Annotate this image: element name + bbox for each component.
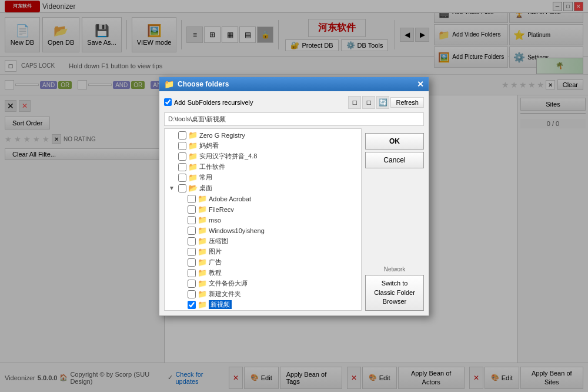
tree-checkbox[interactable]	[188, 301, 196, 309]
tree-checkbox[interactable]	[178, 184, 186, 192]
tree-expander[interactable]	[167, 141, 176, 151]
tree-expander[interactable]	[176, 258, 186, 267]
tree-expander[interactable]	[176, 268, 186, 278]
tree-item[interactable]: 📁FileRecv	[166, 204, 360, 215]
spacer	[365, 171, 424, 262]
tree-checkbox[interactable]	[188, 216, 196, 224]
folder-icon: 📁	[188, 131, 198, 139]
tree-checkbox[interactable]	[178, 131, 186, 139]
modal-toolbar: Add SubFolders recursively □ □ 🔄 Refresh	[164, 96, 424, 109]
tree-checkbox[interactable]	[188, 227, 196, 235]
tree-expander[interactable]	[176, 300, 186, 310]
add-subfolders-input[interactable]	[164, 98, 172, 106]
tree-expander[interactable]	[176, 290, 186, 299]
folder-icon: 📁	[198, 237, 207, 245]
tree-checkbox[interactable]	[188, 195, 196, 203]
tree-item[interactable]: 📁广告	[166, 257, 360, 268]
folder-icon: 📁	[188, 141, 198, 150]
modal-right-buttons: OK Cancel Network Switch to Classic Fold…	[365, 128, 424, 311]
folder-icon: 📁	[198, 247, 207, 256]
folder-icon: 📁	[198, 279, 207, 288]
cancel-button[interactable]: Cancel	[365, 152, 424, 168]
tree-checkbox[interactable]	[188, 269, 196, 277]
tree-checkbox[interactable]	[178, 174, 186, 182]
tree-checkbox[interactable]	[178, 142, 186, 150]
switch-to-classic-button[interactable]: Switch to Classic Folder Browser	[365, 275, 424, 310]
tree-label: 妈妈看	[199, 141, 219, 150]
tree-item[interactable]: 📁工作软件	[166, 162, 360, 172]
modal-nav-1[interactable]: □	[348, 96, 361, 109]
tree-label: 工作软件	[199, 162, 225, 171]
tree-label: 实用汉字转拼音_4.8	[199, 152, 257, 161]
tree-expander[interactable]	[167, 152, 176, 161]
tree-label: 压缩图	[209, 237, 228, 245]
tree-checkbox[interactable]	[178, 152, 186, 161]
tree-expander[interactable]	[167, 162, 176, 172]
tree-expander[interactable]	[176, 215, 186, 225]
tree-checkbox[interactable]	[188, 258, 196, 267]
modal-title-bar: 📁 Choose folders ✕	[159, 77, 429, 91]
tree-expander[interactable]	[176, 226, 186, 235]
folder-icon: 📁	[188, 162, 198, 171]
tree-item[interactable]: 📁Zero G Registry	[166, 130, 360, 141]
tree-expander[interactable]	[167, 173, 176, 182]
tree-item[interactable]: 📁mso	[166, 215, 360, 225]
tree-label: 教程	[209, 268, 222, 277]
tree-expander[interactable]	[176, 247, 186, 257]
modal-close-button[interactable]: ✕	[417, 79, 424, 89]
tree-label: 桌面	[199, 184, 212, 192]
tree-item[interactable]: 📁常用	[166, 172, 360, 183]
tree-checkbox[interactable]	[188, 248, 196, 256]
folder-tree[interactable]: 📁Zero G Registry📁妈妈看📁实用汉字转拼音_4.8📁工作软件📁常用…	[164, 128, 362, 311]
folder-icon: 📁	[198, 290, 207, 298]
tree-checkbox[interactable]	[188, 205, 196, 214]
tree-item[interactable]: 📁河东软件团	[166, 310, 360, 311]
tree-label: 文件备份大师	[209, 279, 248, 288]
modal-refresh-icon[interactable]: 🔄	[376, 96, 389, 109]
tree-expander[interactable]	[176, 205, 186, 214]
folder-icon: 📁	[198, 215, 207, 224]
add-subfolders-checkbox[interactable]: Add SubFolders recursively	[164, 98, 253, 106]
modal-nav-2[interactable]: □	[362, 96, 375, 109]
folder-icon: 📁	[198, 226, 207, 235]
tree-expander[interactable]	[176, 237, 186, 246]
tree-expander[interactable]: ▼	[167, 184, 176, 193]
tree-item[interactable]: 📁Windows10yisheng	[166, 225, 360, 236]
ok-button[interactable]: OK	[365, 133, 424, 150]
tree-label: 图片	[209, 247, 222, 256]
tree-item[interactable]: ▼📂桌面	[166, 183, 360, 194]
folder-icon: 📁	[188, 152, 198, 161]
tree-expander[interactable]	[176, 194, 186, 204]
tree-checkbox[interactable]	[188, 280, 196, 288]
tree-item[interactable]: 📁Adobe Acrobat	[166, 194, 360, 204]
tree-label: 常用	[199, 173, 212, 182]
tree-item[interactable]: 📁教程	[166, 268, 360, 278]
folder-icon: 📁	[188, 173, 198, 182]
tree-expander[interactable]	[176, 279, 186, 288]
tree-label: 新视频	[209, 300, 232, 309]
tree-item[interactable]: 📁新视频	[166, 300, 360, 310]
tree-checkbox[interactable]	[178, 163, 186, 171]
tree-item[interactable]: 📁压缩图	[166, 236, 360, 247]
tree-item[interactable]: 📁图片	[166, 247, 360, 257]
modal-refresh-button[interactable]: Refresh	[390, 97, 424, 108]
tree-expander[interactable]	[167, 131, 176, 140]
folder-icon: 📁	[198, 268, 207, 277]
modal-overlay: 📁 Choose folders ✕ Add SubFolders recurs…	[0, 0, 588, 392]
folder-icon: 📂	[188, 184, 198, 192]
tree-item[interactable]: 📁实用汉字转拼音_4.8	[166, 151, 360, 162]
tree-checkbox[interactable]	[188, 290, 196, 298]
tree-item[interactable]: 📁新建文件夹	[166, 289, 360, 300]
modal-content-area: 📁Zero G Registry📁妈妈看📁实用汉字转拼音_4.8📁工作软件📁常用…	[164, 128, 424, 311]
tree-checkbox[interactable]	[188, 237, 196, 245]
modal-path-bar[interactable]: D:\tools\桌面\新视频	[164, 112, 424, 126]
tree-item[interactable]: 📁妈妈看	[166, 141, 360, 151]
modal-title-icon: 📁	[164, 79, 174, 89]
tree-item[interactable]: 📁文件备份大师	[166, 278, 360, 289]
tree-label: 广告	[209, 258, 222, 267]
tree-wrapper: 📁Zero G Registry📁妈妈看📁实用汉字转拼音_4.8📁工作软件📁常用…	[164, 128, 362, 311]
tree-label: Adobe Acrobat	[209, 195, 251, 202]
folder-icon: 📁	[198, 258, 207, 267]
tree-label: 新建文件夹	[209, 290, 241, 298]
folder-icon: 📁	[198, 300, 207, 309]
